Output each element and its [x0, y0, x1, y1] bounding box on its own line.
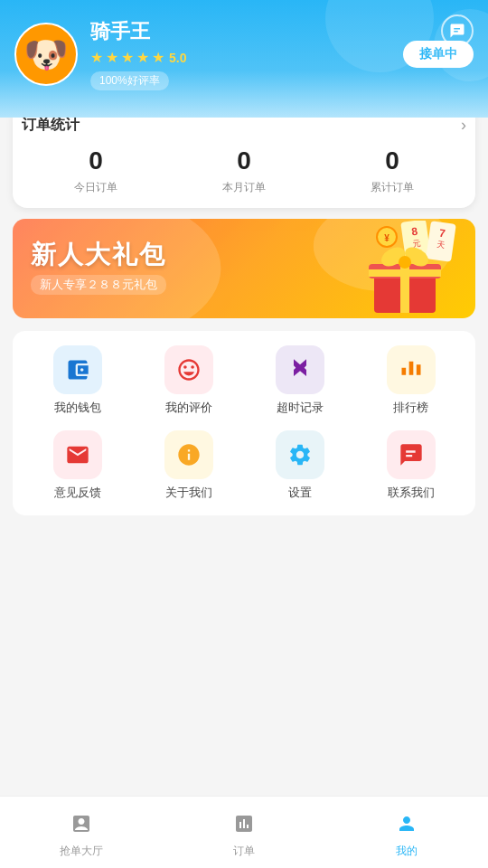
banner-subtitle: 新人专享２８８元礼包 [31, 275, 166, 295]
about-icon [164, 430, 213, 479]
order-stats-title: 订单统计 [22, 116, 80, 135]
wallet-label: 我的钱包 [54, 400, 101, 416]
order-stats-card: 订单统计 › 0 今日订单 0 本月订单 0 累计订单 [13, 103, 475, 208]
svg-text:¥: ¥ [384, 233, 389, 243]
order-stats-numbers: 0 今日订单 0 本月订单 0 累计订单 [22, 146, 466, 195]
score: 5.0 [169, 51, 186, 65]
month-orders-number: 0 [170, 146, 318, 176]
menu-item-feedback[interactable]: 意见反馈 [37, 430, 118, 501]
review-icon [164, 345, 213, 394]
chat-button[interactable] [441, 14, 474, 47]
banner-left: 新人大礼包 新人专享２８８元礼包 [13, 232, 184, 304]
orders-icon [233, 813, 255, 840]
total-orders-number: 0 [318, 146, 466, 176]
svg-text:天: 天 [436, 240, 445, 250]
star-2: ★ [106, 49, 118, 66]
mine-icon [396, 813, 418, 840]
good-rate-badge: 100%好评率 [90, 71, 169, 90]
grab-orders-icon [70, 813, 92, 840]
menu-row-1: 我的钱包 我的评价 超时记录 排行榜 [22, 345, 466, 416]
star-1: ★ [90, 49, 103, 66]
nav-grab-orders[interactable]: 抢单大厅 [0, 806, 163, 859]
menu-item-overtime[interactable]: 超时记录 [259, 345, 341, 416]
nav-orders[interactable]: 订单 [163, 806, 325, 859]
avatar[interactable]: 🐶 [14, 23, 78, 86]
orders-label: 订单 [233, 844, 255, 859]
banner-right: ¥ 8 元 7 天 [295, 219, 475, 318]
review-label: 我的评价 [165, 400, 212, 416]
mine-label: 我的 [396, 844, 418, 859]
total-orders: 0 累计订单 [318, 146, 466, 195]
menu-item-review[interactable]: 我的评价 [148, 345, 230, 416]
feedback-label: 意见反馈 [54, 485, 101, 501]
menu-item-rank[interactable]: 排行榜 [371, 345, 452, 416]
month-orders-label: 本月订单 [170, 180, 318, 195]
star-4: ★ [136, 49, 149, 66]
header: 🐶 骑手王 ★ ★ ★ ★ ★ 5.0 100%好评率 接单中 [0, 0, 488, 118]
rank-label: 排行榜 [393, 400, 428, 416]
menu-item-settings[interactable]: 设置 [259, 430, 341, 501]
menu-item-about[interactable]: 关于我们 [148, 430, 230, 501]
menu-item-contact[interactable]: 联系我们 [371, 430, 452, 501]
rank-icon [387, 345, 436, 394]
wallet-icon [53, 345, 102, 394]
overtime-label: 超时记录 [277, 400, 324, 416]
svg-text:元: 元 [411, 238, 420, 248]
order-stats-header: 订单统计 › [22, 116, 466, 135]
nav-mine[interactable]: 我的 [325, 806, 488, 859]
svg-point-16 [399, 256, 411, 269]
today-orders-number: 0 [22, 146, 170, 176]
today-orders: 0 今日订单 [22, 146, 170, 195]
total-orders-label: 累计订单 [318, 180, 466, 195]
bottom-nav: 抢单大厅 订单 我的 [0, 796, 488, 868]
month-orders: 0 本月订单 [170, 146, 318, 195]
menu-grid: 我的钱包 我的评价 超时记录 排行榜 [13, 331, 475, 515]
feedback-icon [53, 430, 102, 479]
today-orders-label: 今日订单 [22, 180, 170, 195]
order-stats-arrow[interactable]: › [461, 116, 466, 135]
banner-title: 新人大礼包 [31, 241, 166, 269]
gift-illustration: ¥ 8 元 7 天 [349, 221, 466, 316]
settings-label: 设置 [288, 485, 312, 501]
menu-row-2: 意见反馈 关于我们 设置 联系我们 [22, 430, 466, 501]
about-label: 关于我们 [165, 485, 212, 501]
grab-orders-label: 抢单大厅 [60, 844, 103, 859]
star-5: ★ [152, 49, 164, 66]
contact-label: 联系我们 [388, 485, 435, 501]
chat-icon [441, 14, 474, 47]
overtime-icon [276, 345, 324, 394]
svg-rect-13 [369, 269, 441, 277]
new-user-banner[interactable]: 新人大礼包 新人专享２８８元礼包 ¥ 8 元 7 天 [13, 219, 475, 318]
menu-item-wallet[interactable]: 我的钱包 [37, 345, 118, 416]
contact-icon [387, 430, 436, 479]
settings-icon [276, 430, 324, 479]
star-3: ★ [121, 49, 134, 66]
